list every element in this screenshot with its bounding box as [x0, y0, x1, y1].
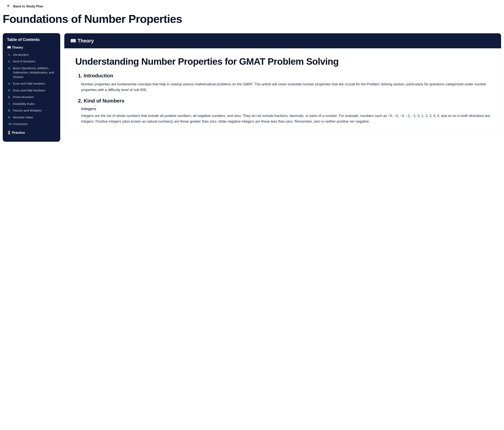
toc-item[interactable]: Introduction [7, 52, 56, 58]
toc-item[interactable]: Prime Numbers [7, 94, 56, 100]
toc-item[interactable]: Divisibility Rules [7, 101, 56, 107]
content-header-label: Theory [78, 38, 94, 44]
book-icon: 📖 [7, 46, 11, 49]
section-body: Number properties are fundamental concep… [81, 81, 490, 93]
article-title: Understanding Number Properties for GMAT… [75, 56, 490, 67]
section-heading-kind-of-numbers: 2. Kind of Numbers [78, 98, 490, 104]
back-to-study-plan-link[interactable]: Back to Study Plan [7, 4, 43, 9]
back-link-label: Back to Study Plan [13, 4, 43, 8]
toc-section-practice[interactable]: ⏳ Practice [7, 131, 56, 135]
toc-list: IntroductionKind of NumbersBasic Operati… [7, 52, 56, 127]
toc-item[interactable]: Kind of Numbers [7, 58, 56, 65]
toc-section-label: Theory [12, 46, 23, 49]
toc-section-theory[interactable]: 📖 Theory [7, 45, 56, 50]
table-of-contents: Table of Contents 📖 Theory IntroductionK… [3, 33, 60, 142]
hourglass-icon: ⏳ [7, 131, 11, 134]
section-heading-introduction: 1. Introduction [78, 73, 490, 79]
toc-item[interactable]: Even and Odd Numbers [7, 80, 56, 87]
page-title: Foundations of Number Properties [3, 12, 501, 25]
content-panel: 📖 Theory Understanding Number Properties… [64, 33, 501, 134]
toc-item[interactable]: Factors and Multiples [7, 107, 56, 114]
toc-item[interactable]: Even and Odd Numbers [7, 87, 56, 94]
book-icon: 📖 [70, 38, 76, 44]
toc-section-label: Practice [12, 131, 25, 134]
toc-item[interactable]: Absolute Value [7, 114, 56, 121]
subsection-heading-integers: Integers [81, 107, 490, 111]
article: Understanding Number Properties for GMAT… [64, 48, 501, 134]
toc-item[interactable]: Basic Operations: Addition, Subtraction,… [7, 65, 56, 80]
content-header: 📖 Theory [64, 33, 501, 48]
toc-item[interactable]: Conclusion [7, 121, 56, 127]
section-body: Integers are the set of whole numbers th… [81, 113, 490, 124]
arrow-left-icon [7, 4, 10, 9]
toc-title: Table of Contents [7, 37, 56, 42]
